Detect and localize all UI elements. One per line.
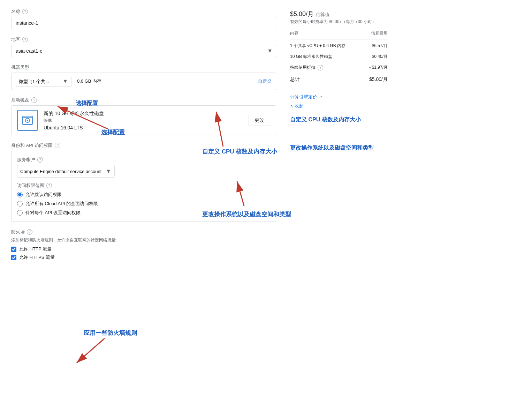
boot-disk-label: 启动磁盘 ? [11,97,276,103]
region-select[interactable]: asia-east1-c [11,45,276,57]
compute-pricing-link[interactable]: 计算引擎定价 ↗ [290,94,322,100]
row2-content: 10 GB 标准永久性磁盘 [290,50,363,61]
external-link-icon: ↗ [319,95,322,99]
firewall-description: 添加标记和防火墙规则，允许来自互联网的特定网络流量 [11,237,276,243]
name-input[interactable] [11,17,276,29]
row1-content: 1 个共享 vCPU + 0.6 GB 内存 [290,39,363,51]
radio-default-access-input[interactable] [17,192,23,197]
col-content-header: 内容 [290,30,363,39]
discount-help-icon[interactable]: ? [318,65,323,70]
name-label: 名称 ? [11,8,276,15]
firewall-label: 防火墙 ? [11,229,276,235]
price-label: 估算值 [316,12,329,18]
radio-full-access-input[interactable] [17,201,23,207]
access-scope-help-icon[interactable]: ? [46,183,52,188]
col-cost-header: 估算费用 [363,30,388,39]
row3-content: 持续使用折扣 ? [290,61,363,72]
price-table: 内容 估算费用 1 个共享 vCPU + 0.6 GB 内存 $6.57/月 1… [290,30,388,84]
collapse-link[interactable]: ∧ 收起 [290,103,388,109]
machine-type-label: 机器类型 [11,64,276,70]
name-section: 名称 ? [11,8,276,29]
pricing-sidebar: $5.00/月 估算值 有效的每小时费率为 $0.007（每月 730 小时） … [290,8,388,152]
custom-link[interactable]: 自定义 [258,78,272,84]
checkbox-https[interactable]: 允许 HTTPS 流量 [11,254,276,261]
checkbox-https-input[interactable] [11,255,16,260]
radio-per-api-access-input[interactable] [17,210,23,216]
region-help-icon[interactable]: ? [22,37,28,42]
service-account-help-icon[interactable]: ? [37,157,43,163]
checkbox-http-input[interactable] [11,247,16,252]
service-account-select-wrapper: Compute Engine default service account ▼ [17,165,115,178]
machine-memory-text: 0.6 GB 内存 [77,78,252,84]
svg-point-2 [27,120,28,121]
access-scope-label: 访问权限范围 ? [17,182,270,189]
collapse-arrow-icon: ∧ [290,104,293,108]
machine-select-wrapper: 微型（1 个共... ▼ [16,76,71,87]
machine-type-section: 机器类型 微型（1 个共... ▼ 0.6 GB 内存 自定义 [11,64,276,90]
identity-box: 服务帐户 ? Compute Engine default service ac… [11,151,276,222]
disk-subtitle: 映像 [44,118,243,123]
disk-os: Ubuntu 16.04 LTS [44,125,243,130]
radio-full-access[interactable]: 允许所有 Cloud API 的全面访问权限 [17,201,270,207]
price-row-3: 持续使用折扣 ? - $1.97/月 [290,61,388,72]
row2-cost: $0.40/月 [363,50,388,61]
firewall-help-icon[interactable]: ? [27,229,32,235]
row3-cost: - $1.97/月 [363,61,388,72]
region-section: 地区 ? asia-east1-c ▼ [11,36,276,57]
boot-disk-box: 新的 10 GB 标准永久性磁盘 映像 Ubuntu 16.04 LTS 更改 [11,105,276,135]
checkbox-http[interactable]: 允许 HTTP 流量 [11,246,276,252]
radio-per-api-access[interactable]: 针对每个 API 设置访问权限 [17,210,270,216]
boot-disk-section: 启动磁盘 ? 新的 10 GB 标准永久性磁盘 映像 Ubuntu 16.04 … [11,97,276,135]
identity-section: 身份和 API 访问权限 ? 服务帐户 ? Compute Engine def… [11,142,276,222]
service-account-label: 服务帐户 ? [17,157,270,163]
price-main: $5.00/月 [290,10,314,18]
change-disk-button[interactable]: 更改 [249,115,270,126]
disk-info: 新的 10 GB 标准永久性磁盘 映像 Ubuntu 16.04 LTS [44,111,243,130]
machine-type-row: 微型（1 个共... ▼ 0.6 GB 内存 自定义 [11,73,276,90]
region-select-wrapper: asia-east1-c ▼ [11,45,276,57]
price-total-row: 总计 $5.00/月 [290,72,388,84]
price-hourly: 有效的每小时费率为 $0.007（每月 730 小时） [290,19,388,25]
region-label: 地区 ? [11,36,276,43]
price-row-2: 10 GB 标准永久性磁盘 $0.40/月 [290,50,388,61]
boot-disk-help-icon[interactable]: ? [31,97,37,103]
price-row-1: 1 个共享 vCPU + 0.6 GB 内存 $6.57/月 [290,39,388,51]
identity-help-icon[interactable]: ? [55,143,60,148]
service-account-select[interactable]: Compute Engine default service account [17,165,115,178]
total-cost: $5.00/月 [363,72,388,84]
name-help-icon[interactable]: ? [22,9,28,14]
radio-group: 允许默认访问权限 允许所有 Cloud API 的全面访问权限 针对每个 API… [17,192,270,216]
machine-type-select[interactable]: 微型（1 个共... [16,76,71,87]
radio-default-access[interactable]: 允许默认访问权限 [17,192,270,198]
firewall-section: 防火墙 ? 添加标记和防火墙规则，允许来自互联网的特定网络流量 允许 HTTP … [11,229,276,261]
annotation-custom-cpu: 自定义 CPU 核数及内存大小 [290,117,361,122]
total-label: 总计 [290,72,363,84]
annotation-change-disk: 更改操作系统以及磁盘空间和类型 [290,145,374,151]
row1-cost: $6.57/月 [363,39,388,51]
disk-title: 新的 10 GB 标准永久性磁盘 [44,111,243,117]
disk-icon [17,110,38,131]
identity-label: 身份和 API 访问权限 ? [11,142,276,149]
